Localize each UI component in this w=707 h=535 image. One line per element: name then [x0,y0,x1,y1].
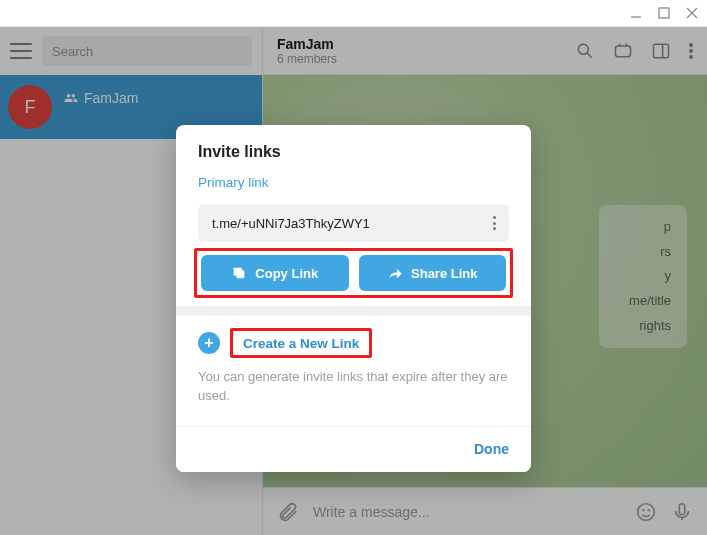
share-link-label: Share Link [411,266,477,281]
done-button[interactable]: Done [474,441,509,457]
window-titlebar [0,0,707,27]
link-options-icon[interactable] [493,216,501,230]
plus-icon: + [198,332,220,354]
invite-links-dialog: Invite links Primary link t.me/+uNNi7Ja3… [176,125,531,472]
share-link-button[interactable]: Share Link [359,255,507,291]
svg-rect-1 [659,8,669,18]
invite-link-field[interactable]: t.me/+uNNi7Ja3ThkyZWY1 [198,204,509,242]
copy-link-label: Copy Link [255,266,318,281]
share-icon [387,265,403,281]
modal-overlay[interactable]: Invite links Primary link t.me/+uNNi7Ja3… [0,27,707,535]
highlight-create: Create a New Link [230,328,372,358]
dialog-title: Invite links [198,143,509,161]
help-text: You can generate invite links that expir… [198,360,509,420]
copy-link-button[interactable]: Copy Link [201,255,349,291]
close-icon[interactable] [685,6,699,20]
create-new-link-button[interactable]: Create a New Link [243,336,359,351]
minimize-icon[interactable] [629,6,643,20]
highlight-buttons: Copy Link Share Link [194,248,513,298]
copy-icon [231,265,247,281]
maximize-icon[interactable] [657,6,671,20]
primary-link-label: Primary link [198,175,509,190]
invite-link-text: t.me/+uNNi7Ja3ThkyZWY1 [212,216,370,231]
divider [176,306,531,316]
